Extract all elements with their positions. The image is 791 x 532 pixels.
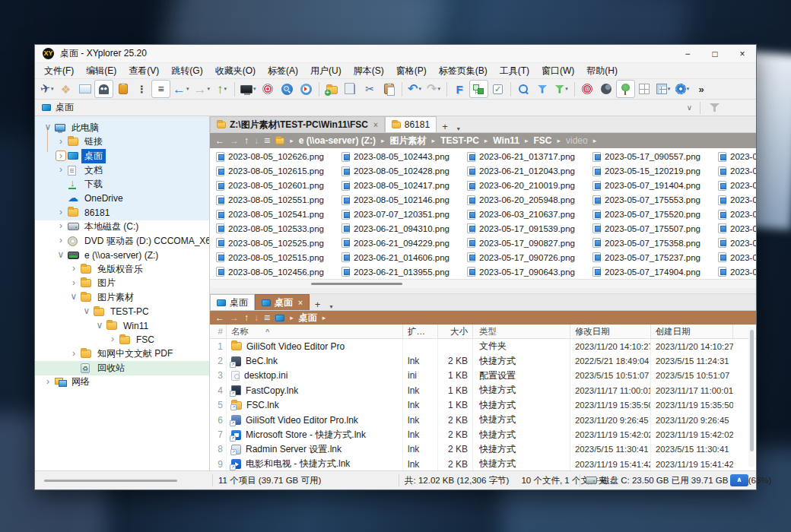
preview-pane-icon[interactable] — [75, 80, 94, 98]
file-item[interactable]: 2023-08-05_102515.png — [210, 250, 335, 264]
box-icon[interactable]: ❖ — [56, 80, 75, 98]
tab-close-icon[interactable]: × — [298, 299, 303, 307]
tree-expander-icon[interactable]: › — [107, 334, 118, 345]
tree-item-文档[interactable]: ›文档 — [35, 163, 209, 178]
menu-item[interactable]: 窗格(P) — [390, 63, 433, 78]
overflow-icon[interactable]: » — [692, 80, 711, 98]
table-row[interactable]: 2BeC.lnklnk2 KB快捷方式2022/5/21 18:49:04202… — [210, 353, 756, 368]
file-item[interactable]: 2023-05-07_175507.png — [586, 221, 712, 236]
new-tab-button[interactable]: + — [437, 121, 453, 132]
filter-green-icon[interactable]: ▾ — [552, 80, 571, 98]
file-item[interactable]: 2023-06-03_210637.png — [461, 207, 586, 222]
file-item[interactable]: 2023-08-05_102146.png — [335, 193, 461, 207]
breadcrumb-item[interactable]: e (\\oa-server) (Z:) — [299, 135, 376, 146]
breadcrumb-item[interactable]: Win11 — [493, 135, 519, 146]
target-icon[interactable] — [259, 80, 278, 98]
breadcrumb-item[interactable]: TEST-PC — [440, 135, 479, 146]
file-item[interactable]: 2023-07-07_120351.png — [335, 207, 461, 222]
file-item[interactable]: 2023-08-05_102601.png — [210, 179, 335, 193]
file-item[interactable]: 2023-06-20_210019.png — [461, 179, 586, 193]
tree-expander-icon[interactable]: › — [56, 207, 66, 218]
file-item[interactable]: 2023-05-07_191404.png — [586, 179, 712, 193]
copy-icon[interactable] — [341, 80, 361, 98]
tree-expander-icon[interactable]: › — [56, 137, 66, 147]
file-item[interactable]: 2023-05-07_1 — [712, 179, 756, 193]
cut-icon[interactable]: ✂ — [361, 80, 380, 98]
filter-funnel-icon[interactable] — [710, 103, 720, 112]
tree-item-Win11[interactable]: ∨Win11 — [35, 318, 209, 333]
tree-item-DVD 驱动器 (D:) CCCOMA_X64FRE_ZH-C[interactable]: ›DVD 驱动器 (D:) CCCOMA_X64FRE_ZH-C — [35, 234, 209, 249]
tree-item-图片[interactable]: ›图片 — [35, 277, 209, 291]
menu-item[interactable]: 标签页集(B) — [433, 63, 494, 78]
tree-item-FSC[interactable]: ›FSC — [35, 333, 209, 347]
tree-item-86181[interactable]: ›86181 — [35, 206, 209, 220]
file-item[interactable]: 2023-05-07_1 — [712, 150, 756, 164]
menu-item[interactable]: 用户(U) — [304, 63, 348, 78]
tree-item-回收站[interactable]: 回收站 — [35, 361, 209, 375]
file-item[interactable]: 2023-08-05_102541.png — [210, 207, 335, 222]
back-icon[interactable]: ←▾ — [170, 80, 192, 98]
file-item[interactable]: 2023-05-07_174904.png — [586, 264, 712, 279]
filter-blue-icon[interactable] — [533, 80, 552, 98]
vertical-scrollbar[interactable] — [748, 327, 754, 467]
search-icon[interactable] — [514, 80, 533, 98]
table-row[interactable]: 7Microsoft Store - 快捷方式.lnklnk2 KB快捷方式20… — [210, 427, 756, 442]
branch-nodes-icon[interactable] — [469, 80, 488, 98]
tree-expander-icon[interactable]: › — [68, 278, 79, 289]
menu-item[interactable]: 编辑(E) — [80, 63, 122, 78]
tree-scrollbar-thumb[interactable] — [44, 480, 177, 482]
folder-tree-icon[interactable] — [616, 80, 635, 98]
column-header-ext[interactable]: 扩… — [403, 325, 438, 338]
up-icon[interactable]: ↑ — [244, 136, 249, 145]
clipboard-icon[interactable] — [113, 80, 132, 98]
file-item[interactable]: 2023-08-05_102456.png — [210, 264, 335, 279]
tree-expander-icon[interactable]: ∨ — [56, 250, 66, 261]
table-row[interactable]: 1GiliSoft Video Editor Pro文件夹2023/11/20 … — [210, 339, 756, 353]
crumb-menu-icon[interactable]: ≡ — [264, 135, 270, 146]
table-row[interactable]: 4FastCopy.lnklnk1 KB快捷方式2023/11/17 11:00… — [210, 383, 756, 397]
file-item[interactable]: 2023-05-07_175553.png — [586, 193, 712, 207]
new-tab-button[interactable]: + — [310, 299, 326, 310]
tiles-view-icon[interactable] — [635, 80, 654, 98]
file-tab[interactable]: 桌面× — [255, 294, 310, 310]
tree-expander-icon[interactable]: › — [56, 236, 66, 246]
tree-item-桌面[interactable]: ›桌面 — [35, 149, 209, 163]
forward-icon[interactable]: → — [230, 313, 239, 322]
tree-item-网络[interactable]: ›网络 — [35, 375, 209, 390]
close-button[interactable]: × — [729, 45, 756, 62]
back-icon[interactable]: ← — [215, 136, 224, 145]
tree-item-链接[interactable]: ›链接 — [35, 135, 209, 150]
file-item[interactable]: 2023-04-26_1 — [712, 250, 756, 264]
file-item[interactable]: 2023-05-07_175237.png — [586, 250, 712, 264]
menu-item[interactable]: 窗口(W) — [535, 63, 580, 78]
tree-item-图片素材[interactable]: ∨图片素材 — [35, 290, 209, 305]
go-circle-icon[interactable] — [297, 80, 316, 98]
dark-mode-icon[interactable] — [597, 80, 616, 98]
new-folder-icon[interactable] — [322, 80, 341, 98]
tree-item-e (\\oa-server) (Z:)[interactable]: ∨e (\\oa-server) (Z:) — [35, 248, 209, 262]
menu-item[interactable]: 文件(F) — [38, 63, 80, 78]
forward-icon[interactable]: →▾ — [192, 80, 213, 98]
tree-expander-icon[interactable]: › — [56, 221, 66, 232]
menu-item[interactable]: 脚本(S) — [348, 63, 390, 78]
file-item[interactable]: 2023-05-17_090827.png — [461, 236, 586, 250]
up-icon[interactable]: ↑ — [244, 313, 249, 322]
column-header-number[interactable]: # — [210, 325, 227, 338]
file-item[interactable]: 2023-06-21_012043.png — [461, 164, 586, 179]
file-item[interactable]: 2023-08-05_102525.png — [210, 236, 335, 250]
spiral-icon[interactable] — [578, 80, 597, 98]
column-header-modified[interactable]: 修改日期 — [570, 325, 651, 338]
tree-expander-icon[interactable]: › — [68, 264, 79, 274]
mini-tree-icon[interactable]: ⋮ — [132, 80, 151, 98]
paste-icon[interactable] — [380, 80, 399, 98]
tab-close-icon[interactable]: × — [373, 121, 378, 129]
file-item[interactable]: 2023-05-07_1 — [712, 164, 756, 179]
file-item[interactable]: 2023-08-05_102428.png — [335, 164, 461, 179]
file-item[interactable]: 2023-06-21_094229.png — [335, 236, 461, 250]
file-item[interactable]: 2023-06-21_094310.png — [335, 221, 461, 236]
file-item[interactable]: 2023-05-07_1 — [712, 193, 756, 207]
tree-expander-icon[interactable]: › — [68, 349, 79, 359]
down-icon[interactable]: ↓ — [254, 136, 259, 145]
tree-item-本地磁盘 (C:)[interactable]: ›本地磁盘 (C:) — [35, 220, 209, 234]
tree-item-知网中文文献 PDF[interactable]: ›知网中文文献 PDF — [35, 347, 209, 362]
